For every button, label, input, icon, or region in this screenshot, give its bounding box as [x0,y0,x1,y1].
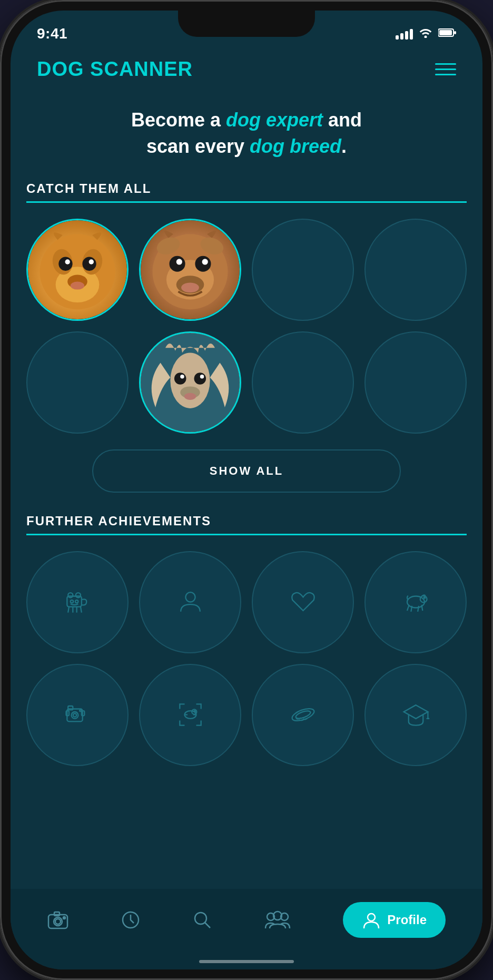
hero-section: Become a dog expert and scan every dog b… [26,91,467,181]
svg-line-45 [418,606,419,612]
dog-slot-1[interactable] [26,219,129,321]
hero-accent-expert: dog expert [226,109,323,131]
svg-point-76 [368,914,375,921]
svg-point-10 [89,259,94,264]
achievement-dog-collector[interactable] [26,551,129,653]
svg-point-18 [202,259,208,264]
svg-point-7 [58,257,72,270]
svg-point-40 [185,592,195,602]
svg-point-57 [194,711,195,712]
dog-slot-3[interactable] [252,219,354,321]
achievements-section: FURTHER ACHIEVEMENTS [26,514,467,766]
dog-grid [26,219,467,434]
catch-section-underline [26,201,467,203]
signal-icon [396,28,413,40]
achievement-grid-row1 [26,551,467,653]
svg-point-32 [68,593,73,597]
svg-point-60 [290,707,315,723]
dog-slot-5[interactable] [26,331,129,434]
svg-rect-68 [54,912,60,916]
svg-point-38 [70,600,73,603]
achievement-favorites[interactable] [252,551,354,653]
hero-text: Become a dog expert and scan every dog b… [37,107,456,160]
svg-point-9 [65,259,70,264]
status-time: 9:41 [37,25,67,42]
svg-point-8 [82,257,96,270]
svg-line-43 [407,605,409,611]
catch-section-header: CATCH THEM ALL [26,181,467,203]
svg-point-52 [71,712,78,719]
achievement-scanner-pro[interactable] [139,664,241,766]
achievement-dog-expert[interactable] [364,551,467,653]
phone-screen: 9:41 [11,11,482,969]
app-title-scanner: SCANNER [84,58,193,80]
app-header: DOG SCANNER [11,47,482,91]
svg-point-25 [174,373,186,385]
nav-history[interactable] [121,910,140,929]
achievements-section-title: FURTHER ACHIEVEMENTS [26,514,467,528]
home-indicator [11,954,482,969]
svg-point-47 [423,597,425,599]
svg-point-71 [195,913,206,924]
hero-line2-end: . [341,135,347,157]
hero-line1-normal: Become a [131,109,226,131]
achievement-hotdog[interactable] [252,664,354,766]
achievement-grid-row2 [26,664,467,766]
achievements-section-header: FURTHER ACHIEVEMENTS [26,514,467,535]
svg-line-34 [68,607,69,613]
dog-avatar-afghan [141,333,240,432]
dog-slot-4[interactable] [364,219,467,321]
svg-point-61 [294,710,311,720]
achievements-section-underline [26,534,467,535]
nav-profile[interactable]: Profile [343,902,446,938]
svg-line-72 [205,923,210,928]
svg-point-12 [71,281,84,289]
svg-point-53 [73,713,76,717]
achievement-dog-scanner[interactable] [26,664,129,766]
dog-avatar-golden [28,220,127,319]
status-icons [396,26,456,41]
dog-avatar-pitbull [141,220,240,319]
dog-slot-6[interactable] [139,331,241,434]
svg-rect-1 [439,30,452,35]
app-title-dog: DOG [37,58,84,80]
svg-point-17 [176,259,182,264]
dog-slot-7[interactable] [252,331,354,434]
svg-point-26 [194,373,206,385]
svg-point-69 [63,917,65,919]
svg-point-27 [180,375,184,379]
svg-point-39 [75,600,78,603]
bottom-nav: Profile [11,889,482,954]
battery-icon [438,27,456,41]
svg-rect-54 [80,710,82,712]
menu-line-2 [435,68,456,70]
main-content: Become a dog expert and scan every dog b… [11,91,482,889]
hero-accent-breed: dog breed [250,135,341,157]
menu-button[interactable] [435,63,456,75]
catch-section: CATCH THEM ALL [26,181,467,493]
svg-rect-51 [68,706,73,710]
app-title: DOG SCANNER [37,58,193,81]
achievement-graduate[interactable] [364,664,467,766]
svg-rect-2 [454,31,456,34]
nav-camera[interactable] [47,910,68,929]
menu-line-1 [435,63,456,65]
catch-section-title: CATCH THEM ALL [26,181,467,196]
phone-frame: 9:41 [0,0,493,980]
achievement-profile[interactable] [139,551,241,653]
svg-marker-62 [403,705,428,719]
wifi-icon [418,26,433,41]
notch [178,11,315,37]
home-bar [199,960,294,963]
svg-point-28 [200,375,204,379]
nav-search[interactable] [193,910,212,929]
nav-profile-label: Profile [387,913,427,927]
nav-community[interactable] [264,910,291,929]
show-all-button[interactable]: SHOW ALL [92,449,400,493]
menu-line-3 [435,74,456,75]
dog-slot-2[interactable] [139,219,241,321]
dog-slot-8[interactable] [364,331,467,434]
svg-point-30 [184,393,196,400]
svg-point-67 [55,919,61,924]
hero-line2-normal: scan every [146,135,250,157]
